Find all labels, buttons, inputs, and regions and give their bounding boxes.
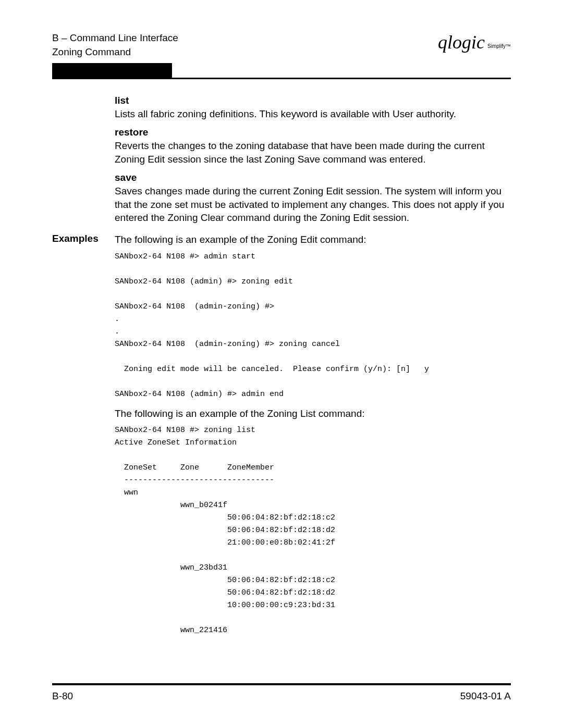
header-black-bar <box>52 63 172 78</box>
page-header: B – Command Line Interface Zoning Comman… <box>52 31 511 59</box>
header-chapter: B – Command Line Interface <box>52 31 178 45</box>
keyword-save-title: save <box>115 171 511 184</box>
logo-text: qlogic <box>438 32 485 53</box>
example-code-1: SANbox2-64 N108 #> admin start SANbox2-6… <box>115 251 511 401</box>
example-intro-2: The following is an example of the Zonin… <box>115 407 511 421</box>
keyword-list-desc: Lists all fabric zoning definitions. Thi… <box>115 107 511 121</box>
examples-body: The following is an example of the Zonin… <box>115 233 511 637</box>
page: B – Command Line Interface Zoning Comman… <box>0 0 563 728</box>
page-footer: B-80 59043-01 A <box>52 683 511 702</box>
example-code-2: SANbox2-64 N108 #> zoning list Active Zo… <box>115 424 511 637</box>
header-left: B – Command Line Interface Zoning Comman… <box>52 31 178 59</box>
examples-label: Examples <box>52 233 115 244</box>
doc-number: 59043-01 A <box>460 690 511 702</box>
keyword-restore-desc: Reverts the changes to the zoning databa… <box>115 139 511 166</box>
keyword-list-title: list <box>115 94 511 107</box>
main-content: list Lists all fabric zoning definitions… <box>115 94 511 225</box>
example-intro-1: The following is an example of the Zonin… <box>115 233 511 246</box>
header-rule <box>52 78 511 79</box>
keyword-restore-title: restore <box>115 126 511 139</box>
footer-row: B-80 59043-01 A <box>52 690 511 702</box>
logo-tagline: Simplify™ <box>487 43 511 49</box>
brand-logo: qlogic Simplify™ <box>438 31 511 53</box>
page-number: B-80 <box>52 690 73 702</box>
examples-section: Examples The following is an example of … <box>52 233 511 637</box>
keyword-save-desc: Saves changes made during the current Zo… <box>115 184 511 225</box>
header-section: Zoning Command <box>52 45 178 59</box>
footer-rule <box>52 683 511 685</box>
